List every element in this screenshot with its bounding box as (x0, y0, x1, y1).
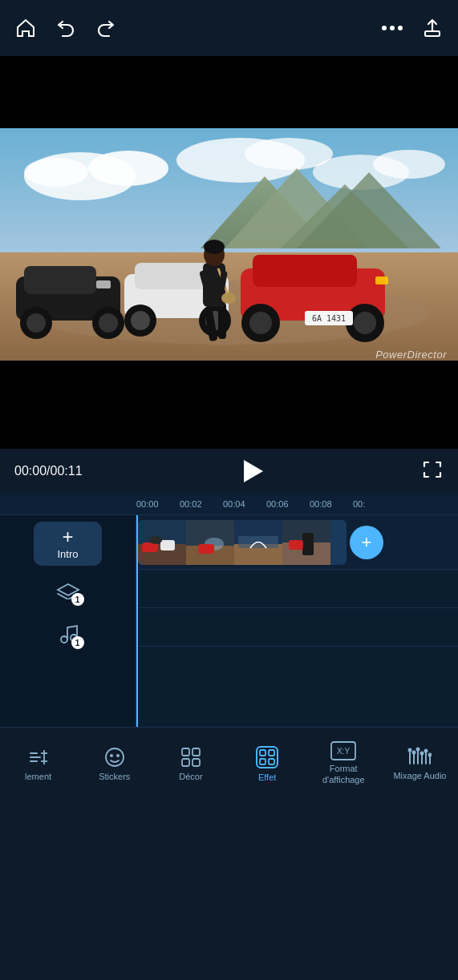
play-triangle-icon (244, 460, 263, 482)
svg-point-98 (428, 752, 432, 756)
svg-point-36 (354, 312, 376, 334)
thumb-svg-1 (138, 520, 186, 565)
svg-rect-83 (260, 759, 265, 764)
decor-icon (180, 746, 202, 768)
svg-point-74 (110, 754, 113, 757)
thumb-svg-3 (234, 520, 282, 565)
ruler-tick-2: 00:04 (223, 499, 266, 509)
svg-rect-69 (30, 760, 38, 762)
svg-rect-40 (218, 303, 226, 339)
stickers-icon (103, 746, 126, 768)
watermark: PowerDirector (375, 349, 447, 361)
timeline-ruler: 00:00 00:02 00:04 00:06 00:08 00: (0, 493, 458, 515)
svg-rect-79 (193, 759, 200, 766)
svg-point-97 (424, 748, 428, 752)
element-label: lement (25, 772, 51, 781)
playhead (136, 515, 138, 727)
playback-bar: 00:00/00:11 (0, 449, 458, 493)
stickers-label: Stickers (99, 772, 130, 781)
video-strip[interactable] (138, 520, 347, 565)
svg-point-55 (149, 536, 162, 544)
fullscreen-icon (421, 458, 444, 481)
svg-point-95 (416, 747, 420, 751)
decor-label: Décor (179, 772, 202, 781)
nav-item-format[interactable]: X:Y Formatd'affichage (306, 733, 382, 784)
timeline-area: 00:00 00:02 00:04 00:06 00:08 00: + Intr… (0, 493, 458, 727)
timeline-empty-space (136, 647, 458, 727)
audio-track-row: 1 (0, 614, 136, 652)
audio-badge: 1 (71, 636, 84, 649)
svg-rect-82 (269, 750, 274, 756)
export-button[interactable] (421, 17, 444, 39)
ruler-tick-4: 00:08 (310, 499, 353, 509)
svg-point-11 (373, 150, 445, 179)
svg-rect-39 (375, 276, 388, 284)
svg-point-28 (131, 311, 150, 330)
undo-button[interactable] (55, 17, 77, 39)
svg-point-1 (390, 26, 395, 30)
video-track-row[interactable]: + (136, 515, 458, 570)
svg-rect-77 (193, 748, 200, 756)
layers-track-content-row (136, 570, 458, 608)
nav-item-effet[interactable]: Effet (229, 737, 306, 782)
video-preview: 6A 1431 PowerDirector (0, 56, 458, 449)
ruler-tick-5: 00: (353, 499, 396, 509)
layers-track-row: 1 (0, 571, 136, 609)
svg-rect-65 (302, 533, 314, 555)
add-clip-button[interactable]: + (350, 526, 383, 559)
svg-rect-76 (182, 748, 189, 756)
strip-thumb-1 (138, 520, 186, 565)
svg-rect-81 (260, 750, 265, 756)
video-frame: 6A 1431 (0, 128, 458, 361)
play-button[interactable] (235, 454, 269, 488)
mixage-label: Mixage Audio (393, 771, 446, 780)
strip-thumb-4 (282, 520, 330, 565)
ruler-tick-0: 00:00 (136, 499, 180, 509)
intro-button[interactable]: + Intro (34, 522, 102, 566)
svg-rect-24 (96, 280, 111, 288)
more-button[interactable] (381, 24, 403, 32)
nav-item-element[interactable]: lement (0, 738, 76, 781)
svg-point-75 (116, 754, 120, 757)
ruler-tick-3: 00:06 (266, 499, 310, 509)
undo-icon (55, 17, 77, 39)
video-scene-svg: 6A 1431 (0, 128, 458, 361)
svg-point-44 (221, 292, 236, 304)
element-icon (27, 746, 50, 768)
svg-point-94 (412, 750, 416, 754)
svg-point-7 (24, 158, 88, 187)
audio-icon: 1 (55, 620, 81, 646)
top-toolbar (0, 0, 458, 56)
svg-point-6 (88, 151, 168, 186)
thumb-svg-2 (186, 520, 234, 565)
svg-text:6A 1431: 6A 1431 (312, 314, 346, 323)
timecode: 00:00/00:11 (14, 464, 83, 478)
svg-point-23 (99, 313, 118, 333)
nav-item-stickers[interactable]: Stickers (76, 738, 152, 781)
thumb-svg-4 (282, 520, 330, 565)
audio-track-content-row (136, 608, 458, 647)
redo-icon (95, 17, 117, 39)
add-clip-plus-icon: + (362, 534, 372, 551)
svg-point-21 (26, 313, 46, 333)
more-icon (381, 24, 403, 32)
redo-button[interactable] (95, 17, 117, 39)
home-icon (14, 17, 37, 39)
svg-rect-66 (289, 540, 303, 550)
svg-rect-32 (253, 255, 357, 287)
svg-text:X:Y: X:Y (337, 747, 350, 756)
svg-rect-84 (269, 759, 274, 764)
svg-rect-67 (30, 752, 38, 754)
format-icon: X:Y (330, 741, 356, 760)
nav-item-decor[interactable]: Décor (152, 738, 229, 781)
fullscreen-button[interactable] (421, 458, 444, 483)
nav-item-mixage[interactable]: Mixage Audio (382, 739, 458, 780)
svg-point-73 (106, 748, 124, 766)
bottom-nav: lement Stickers Décor Effet (0, 727, 458, 799)
effet-label: Effet (258, 772, 276, 782)
home-button[interactable] (14, 17, 37, 39)
timeline-tracks: + Intro 1 (0, 515, 458, 727)
svg-rect-78 (182, 759, 189, 766)
svg-point-34 (249, 312, 272, 334)
layers-badge: 1 (71, 593, 84, 606)
